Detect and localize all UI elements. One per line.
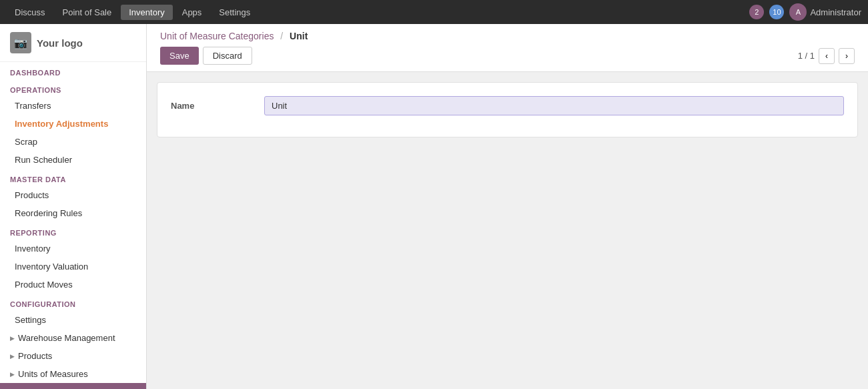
sidebar-item-inventory-valuation[interactable]: Inventory Valuation — [0, 258, 146, 276]
user-menu[interactable]: A Administrator — [789, 3, 861, 21]
breadcrumb-current: Unit — [290, 31, 308, 41]
sidebar-item-reordering-rules[interactable]: Reordering Rules — [0, 204, 146, 222]
name-input[interactable] — [264, 96, 844, 115]
pagination-prev-button[interactable]: ‹ — [819, 48, 835, 64]
sidebar-item-scrap[interactable]: Scrap — [0, 133, 146, 151]
top-nav-right: 2 10 A Administrator — [749, 3, 861, 21]
nav-settings[interactable]: Settings — [211, 5, 258, 20]
nav-point-of-sale[interactable]: Point of Sale — [55, 5, 120, 20]
sidebar-item-products-config-label: Products — [18, 351, 52, 361]
logo-text: Your logo — [37, 37, 83, 49]
chevron-right-icon: ▶ — [10, 335, 15, 342]
sidebar-collapsible-warehouse-management[interactable]: ▶ Warehouse Management — [0, 329, 146, 347]
logo-area[interactable]: 📷 Your logo — [0, 24, 146, 62]
save-button[interactable]: Save — [160, 47, 199, 65]
sidebar-item-settings[interactable]: Settings — [0, 311, 146, 329]
top-navigation: Discuss Point of Sale Inventory Apps Set… — [0, 0, 868, 24]
content-header: Unit of Measure Categories / Unit Save D… — [147, 24, 868, 72]
nav-apps[interactable]: Apps — [174, 5, 210, 20]
sidebar-item-transfers[interactable]: Transfers — [0, 97, 146, 115]
section-title-operations: Operations — [0, 79, 146, 97]
section-title-reporting: Reporting — [0, 222, 146, 240]
sidebar-item-inventory-adjustments[interactable]: Inventory Adjustments — [0, 115, 146, 133]
discuss-badge[interactable]: 2 — [749, 5, 764, 19]
chevron-right-icon-3: ▶ — [10, 371, 15, 378]
toolbar: Save Discard 1 / 1 ‹ › — [160, 47, 855, 65]
sidebar-collapsible-units-of-measures[interactable]: ▶ Units of Measures — [0, 365, 146, 383]
sidebar-item-product-moves[interactable]: Product Moves — [0, 276, 146, 294]
user-name: Administrator — [810, 7, 861, 17]
sidebar-item-inventory[interactable]: Inventory — [0, 240, 146, 258]
avatar: A — [789, 3, 807, 21]
section-title-configuration: Configuration — [0, 294, 146, 311]
main-layout: 📷 Your logo Dashboard Operations Transfe… — [0, 24, 868, 389]
sidebar-item-warehouse-management-label: Warehouse Management — [18, 333, 115, 343]
sidebar: 📷 Your logo Dashboard Operations Transfe… — [0, 24, 147, 389]
breadcrumb-separator: / — [280, 31, 283, 41]
pagination-text: 1 / 1 — [798, 51, 815, 61]
activity-badge[interactable]: 10 — [769, 5, 784, 19]
sidebar-item-run-scheduler[interactable]: Run Scheduler — [0, 151, 146, 169]
pagination-next-button[interactable]: › — [839, 48, 855, 64]
pagination: 1 / 1 ‹ › — [798, 48, 855, 64]
toolbar-left: Save Discard — [160, 47, 252, 65]
top-nav-items: Discuss Point of Sale Inventory Apps Set… — [7, 5, 258, 20]
main-content: Unit of Measure Categories / Unit Save D… — [147, 24, 868, 389]
breadcrumb-parent-link[interactable]: Unit of Measure Categories — [160, 31, 274, 41]
sidebar-item-products[interactable]: Products — [0, 186, 146, 204]
section-title-master-data: Master Data — [0, 169, 146, 186]
sidebar-item-uom-categories[interactable]: UoM Categories — [0, 383, 146, 389]
sidebar-collapsible-products[interactable]: ▶ Products — [0, 347, 146, 365]
form-row-name: Name — [171, 96, 844, 115]
logo-icon: 📷 — [10, 32, 31, 53]
name-label: Name — [171, 101, 264, 111]
chevron-right-icon-2: ▶ — [10, 353, 15, 360]
sidebar-item-units-of-measures-label: Units of Measures — [18, 369, 88, 379]
section-title-dashboard: Dashboard — [0, 62, 146, 79]
nav-inventory[interactable]: Inventory — [121, 5, 172, 20]
nav-discuss[interactable]: Discuss — [7, 5, 53, 20]
discard-button[interactable]: Discard — [203, 47, 252, 65]
breadcrumb: Unit of Measure Categories / Unit — [160, 31, 855, 41]
form-body: Name — [157, 82, 858, 137]
